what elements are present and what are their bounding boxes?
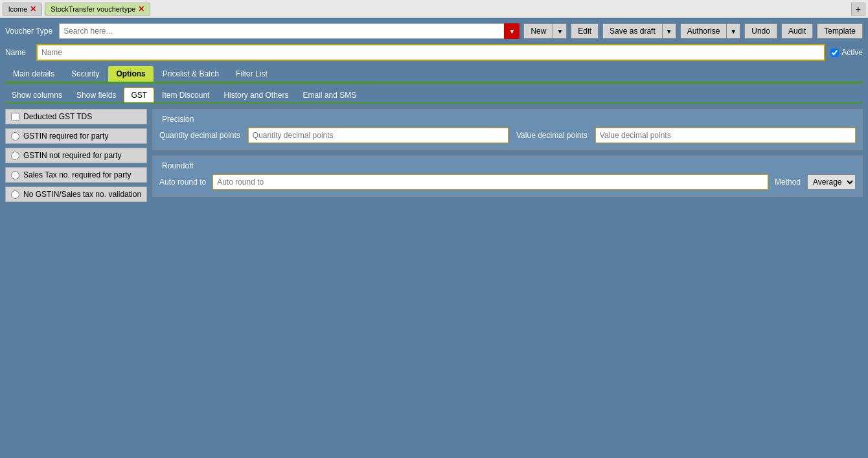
template-button[interactable]: Template: [817, 23, 863, 39]
tab-pricelist-batch[interactable]: Pricelist & Batch: [155, 66, 227, 82]
qty-decimal-input[interactable]: [248, 128, 508, 143]
method-label: Method: [775, 177, 801, 187]
main-content: Voucher Type New ▼ Edit Save as draft ▼ …: [0, 18, 868, 207]
search-dropdown-arrow[interactable]: [504, 23, 520, 39]
method-select[interactable]: Average Up Down: [807, 174, 856, 190]
gstin-required-radio[interactable]: [11, 132, 19, 141]
new-button-split[interactable]: New ▼: [523, 23, 567, 39]
gstin-not-required-radio[interactable]: [11, 152, 19, 160]
tab-welcome-label: lcome: [8, 5, 27, 13]
tab-main-details[interactable]: Main details: [5, 66, 62, 82]
content-area: Deducted GST TDS GSTIN required for part…: [5, 109, 863, 202]
sub-tab-gst[interactable]: GST: [124, 87, 154, 102]
auto-round-input[interactable]: [212, 174, 768, 190]
right-panel: Precision Quantity decimal points Value …: [152, 109, 863, 202]
sales-tax-required-radio[interactable]: [11, 171, 19, 179]
tab-welcome-close[interactable]: ✕: [30, 5, 36, 14]
authorise-button[interactable]: Authorise: [681, 24, 727, 38]
tab-options[interactable]: Options: [108, 66, 153, 82]
sales-tax-required-item[interactable]: Sales Tax no. required for party: [5, 167, 147, 183]
voucher-type-label: Voucher Type: [5, 27, 52, 36]
auto-round-label: Auto round to: [159, 177, 206, 187]
add-tab-button[interactable]: +: [851, 3, 865, 16]
gstin-not-required-item[interactable]: GSTIN not required for party: [5, 148, 147, 163]
roundoff-row: Auto round to Method Average Up Down: [159, 174, 856, 190]
name-label: Name: [5, 48, 31, 57]
no-gstin-validation-label: No GSTIN/Sales tax no. validation: [23, 190, 141, 199]
name-input[interactable]: [36, 44, 825, 61]
value-decimal-label: Value decimal points: [516, 131, 588, 140]
tab-filter-list[interactable]: Filter List: [228, 66, 275, 82]
tab-stocktransfer-close[interactable]: ✕: [138, 5, 144, 14]
deducted-gst-tds-label: Deducted GST TDS: [23, 112, 92, 121]
audit-button[interactable]: Audit: [781, 23, 813, 39]
sub-tab-item-discount[interactable]: Item Discount: [155, 88, 216, 102]
left-panel: Deducted GST TDS GSTIN required for part…: [5, 109, 147, 202]
edit-button[interactable]: Edit: [571, 23, 599, 39]
roundoff-fieldset: Roundoff Auto round to Method Average Up…: [152, 155, 863, 197]
title-bar: lcome ✕ StockTransfer vouchertype ✕ +: [0, 0, 868, 18]
active-checkbox-container: Active: [830, 48, 863, 57]
value-decimal-input[interactable]: [595, 128, 856, 143]
deducted-gst-tds-item[interactable]: Deducted GST TDS: [5, 109, 147, 124]
deducted-gst-tds-checkbox[interactable]: [11, 113, 19, 121]
toolbar-row: Voucher Type New ▼ Edit Save as draft ▼ …: [5, 23, 863, 39]
qty-decimal-label: Quantity decimal points: [159, 131, 240, 140]
sub-tab-history-others[interactable]: History and Others: [217, 88, 295, 102]
precision-row: Quantity decimal points Value decimal po…: [159, 128, 856, 143]
no-gstin-validation-radio[interactable]: [11, 190, 19, 199]
gstin-required-label: GSTIN required for party: [23, 132, 108, 141]
active-label: Active: [841, 48, 863, 57]
authorise-arrow[interactable]: ▼: [727, 24, 740, 38]
tab-security[interactable]: Security: [63, 66, 107, 82]
name-row: Name Active: [5, 44, 863, 61]
new-button-arrow[interactable]: ▼: [553, 24, 566, 38]
sub-tab-show-fields[interactable]: Show fields: [70, 88, 122, 102]
tab-stocktransfer[interactable]: StockTransfer vouchertype ✕: [45, 3, 150, 16]
active-checkbox[interactable]: [830, 49, 839, 57]
save-draft-arrow[interactable]: ▼: [663, 24, 676, 38]
undo-button[interactable]: Undo: [744, 23, 777, 39]
precision-fieldset: Precision Quantity decimal points Value …: [152, 109, 863, 150]
sales-tax-required-label: Sales Tax no. required for party: [23, 170, 131, 179]
new-button[interactable]: New: [524, 24, 553, 38]
main-tabs-row: Main details Security Options Pricelist …: [5, 66, 863, 84]
no-gstin-validation-item[interactable]: No GSTIN/Sales tax no. validation: [5, 187, 147, 202]
precision-legend: Precision: [159, 115, 856, 124]
sub-tabs-row: Show columns Show fields GST Item Discou…: [5, 87, 863, 104]
save-draft-button[interactable]: Save as draft: [603, 24, 663, 38]
gstin-not-required-label: GSTIN not required for party: [23, 151, 121, 160]
roundoff-legend: Roundoff: [159, 161, 856, 170]
tab-welcome[interactable]: lcome ✕: [3, 3, 42, 16]
search-input[interactable]: [59, 23, 520, 39]
save-draft-button-split[interactable]: Save as draft ▼: [602, 23, 676, 39]
sub-tab-show-columns[interactable]: Show columns: [5, 88, 69, 102]
tab-stocktransfer-label: StockTransfer vouchertype: [51, 5, 135, 13]
sub-tab-email-sms[interactable]: Email and SMS: [297, 88, 363, 102]
gstin-required-item[interactable]: GSTIN required for party: [5, 128, 147, 144]
search-container: [59, 23, 520, 39]
authorise-button-split[interactable]: Authorise ▼: [680, 23, 741, 39]
